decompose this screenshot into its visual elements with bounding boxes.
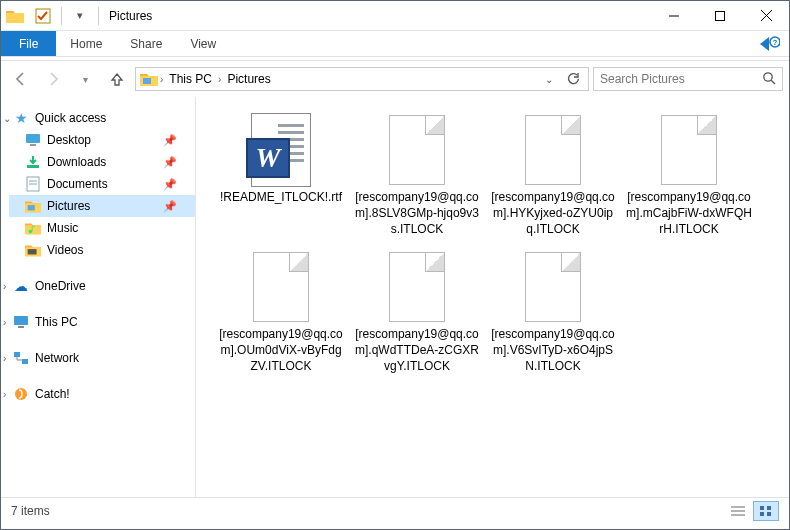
file-name: [rescompany19@qq.com].OUm0dViX-vByFdgZV.… [216,326,346,375]
chevron-right-icon[interactable]: › [3,389,6,400]
address-dropdown-icon[interactable]: ⌄ [538,74,560,85]
svg-point-8 [764,72,772,80]
folder-icon [25,176,41,192]
file-name: [rescompany19@qq.com].mCajbFiW-dxWFQHrH.… [624,189,754,238]
file-item[interactable]: [rescompany19@qq.com].8SLV8GMp-hjqo9v3s.… [352,111,482,238]
refresh-button[interactable] [562,72,584,86]
address-bar[interactable]: › This PC › Pictures ⌄ [135,67,589,91]
tab-home[interactable]: Home [56,31,116,56]
network-icon [13,350,29,366]
generic-file-icon [389,115,445,185]
sidebar-item-label: Pictures [47,199,90,213]
pictures-folder-icon [140,72,158,86]
folder-icon [25,154,41,170]
file-tab[interactable]: File [1,31,56,56]
properties-checkbox-icon[interactable] [31,4,55,28]
svg-rect-28 [767,506,771,510]
onedrive-item[interactable]: › ☁ OneDrive [9,275,195,297]
quick-access-toolbar: ▾ [1,1,103,30]
folder-icon [25,242,41,258]
nav-up-button[interactable] [103,66,131,92]
file-name: [rescompany19@qq.com].V6SvITyD-x6O4jpSN.… [488,326,618,375]
maximize-button[interactable] [697,1,743,31]
network-item[interactable]: › Network [9,347,195,369]
item-count: 7 items [11,504,50,518]
breadcrumb-thispc[interactable]: This PC [165,72,216,86]
file-name: [rescompany19@qq.com].qWdTTDeA-zCGXRvgY.… [352,326,482,375]
tab-view[interactable]: View [176,31,230,56]
generic-file-icon [253,252,309,322]
chevron-right-icon[interactable]: › [3,317,6,328]
folder-icon [25,132,41,148]
pin-icon: 📌 [163,178,177,191]
svg-rect-27 [760,506,764,510]
svg-text:?: ? [773,38,778,47]
search-placeholder: Search Pictures [600,72,756,86]
generic-file-icon [389,252,445,322]
sidebar-item-label: Desktop [47,133,91,147]
svg-rect-18 [28,249,37,254]
catch-item[interactable]: › Catch! [9,383,195,405]
svg-rect-2 [716,11,725,20]
ribbon-tabs: File Home Share View ? [1,31,789,57]
quick-access-header[interactable]: ⌄ ★ Quick access [9,107,195,129]
svg-rect-12 [27,165,39,168]
file-item[interactable]: [rescompany19@qq.com].OUm0dViX-vByFdgZV.… [216,248,346,375]
svg-line-9 [771,80,775,84]
sidebar-item-label: Documents [47,177,108,191]
file-name: [rescompany19@qq.com].HYKyjxed-oZYU0ipq.… [488,189,618,238]
svg-rect-19 [14,316,28,325]
file-item[interactable]: [rescompany19@qq.com].mCajbFiW-dxWFQHrH.… [624,111,754,238]
nav-forward-button[interactable] [39,66,67,92]
file-name: [rescompany19@qq.com].8SLV8GMp-hjqo9v3s.… [352,189,482,238]
ribbon-help-icon[interactable]: ? [749,31,789,56]
nav-recent-dropdown[interactable]: ▾ [71,66,99,92]
generic-file-icon [525,252,581,322]
icons-view-button[interactable] [753,501,779,521]
sidebar-item-desktop[interactable]: Desktop📌 [9,129,195,151]
chevron-right-icon[interactable]: › [3,353,6,364]
file-item[interactable]: [rescompany19@qq.com].qWdTTDeA-zCGXRvgY.… [352,248,482,375]
svg-rect-7 [143,78,151,84]
folder-app-icon [3,4,27,28]
file-list[interactable]: W!README_ITLOCK!.rtf[rescompany19@qq.com… [196,97,789,497]
cloud-icon: ☁ [13,278,29,294]
file-item[interactable]: [rescompany19@qq.com].V6SvITyD-x6O4jpSN.… [488,248,618,375]
sidebar-item-pictures[interactable]: Pictures📌 [9,195,195,217]
search-icon[interactable] [762,71,776,88]
chevron-down-icon[interactable]: ⌄ [3,113,11,124]
file-item[interactable]: [rescompany19@qq.com].HYKyjxed-oZYU0ipq.… [488,111,618,238]
chevron-right-icon[interactable]: › [218,74,221,85]
sidebar-item-label: Downloads [47,155,106,169]
nav-back-button[interactable] [7,66,35,92]
sidebar-item-label: Videos [47,243,83,257]
breadcrumb-current[interactable]: Pictures [223,72,274,86]
pin-icon: 📌 [163,156,177,169]
catch-icon [13,386,29,402]
folder-icon [25,220,41,236]
minimize-button[interactable] [651,1,697,31]
sidebar-item-documents[interactable]: Documents📌 [9,173,195,195]
sidebar-item-music[interactable]: Music [9,217,195,239]
close-button[interactable] [743,1,789,31]
navigation-row: ▾ › This PC › Pictures ⌄ Search Pictures [1,61,789,97]
sidebar-item-videos[interactable]: Videos [9,239,195,261]
sidebar-item-downloads[interactable]: Downloads📌 [9,151,195,173]
star-icon: ★ [13,110,29,126]
thispc-item[interactable]: › This PC [9,311,195,333]
title-bar: ▾ Pictures [1,1,789,31]
search-box[interactable]: Search Pictures [593,67,783,91]
file-item[interactable]: W!README_ITLOCK!.rtf [216,111,346,238]
svg-point-17 [29,230,33,234]
svg-rect-21 [14,352,20,357]
details-view-button[interactable] [725,501,751,521]
tab-share[interactable]: Share [116,31,176,56]
qat-dropdown-icon[interactable]: ▾ [68,4,92,28]
chevron-right-icon[interactable]: › [160,74,163,85]
svg-rect-29 [760,512,764,516]
svg-rect-11 [30,144,36,146]
svg-rect-16 [28,205,35,210]
generic-file-icon [661,115,717,185]
chevron-right-icon[interactable]: › [3,281,6,292]
pin-icon: 📌 [163,134,177,147]
